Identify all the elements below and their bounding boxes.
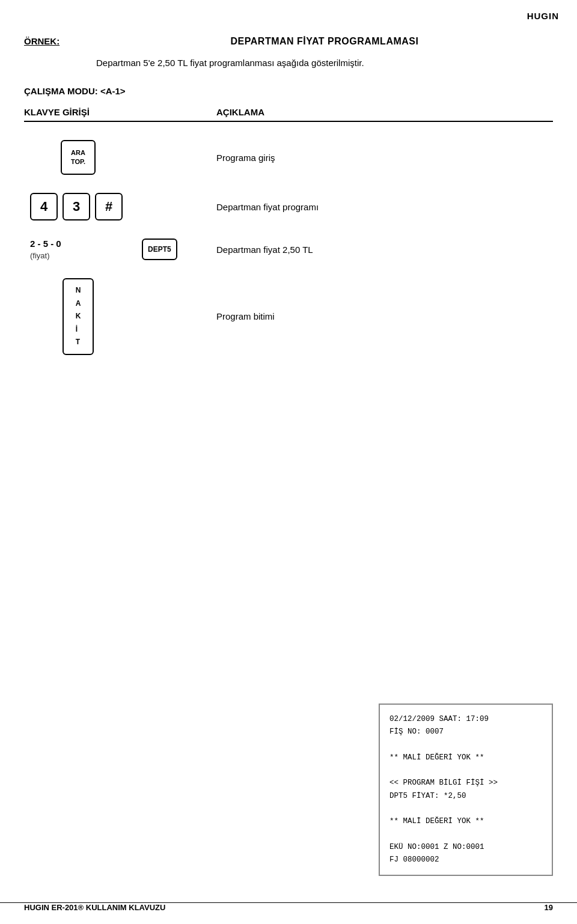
ornek-label: ÖRNEK: [24,36,96,46]
desc-programa-giris: Programa giriş [216,153,553,163]
table-header: KLAVYE GİRİŞİ AÇIKLAMA [24,107,553,122]
ara-top-key[interactable]: ARATOP. [61,140,96,175]
col-aciklama-header: AÇIKLAMA [216,107,264,117]
receipt-line5 [389,764,542,777]
key-col-1: ARATOP. [24,140,216,175]
calisma-modu: ÇALIŞMA MODU: <A-1> [24,86,553,96]
key-hash[interactable]: # [95,193,123,220]
receipt-line4: ** MALİ DEĞERİ YOK ** [389,752,542,764]
receipt-line2: FİŞ NO: 0007 [389,726,542,738]
key-col-2: 4 3 # [24,193,216,220]
receipt-line9: ** MALİ DEĞERİ YOK ** [389,815,542,828]
desc-program-bitimi: Program bitimi [216,311,553,321]
receipt-line12: FJ 08000002 [389,854,542,866]
key-col-3: 2 - 5 - 0 (fiyat) DEPT5 [24,239,216,260]
table-row: NAKİT Program bitimi [24,278,553,355]
footer-page-number: 19 [545,903,553,912]
receipt-line7: DPT5 FİYAT: *2,50 [389,790,542,803]
table-row: ARATOP. Programa giriş [24,140,553,175]
page-title: DEPARTMAN FİYAT PROGRAMLAMASI [96,36,553,47]
receipt-line1: 02/12/2009 SAAT: 17:09 [389,713,542,726]
table-row: 2 - 5 - 0 (fiyat) DEPT5 Departman fiyat … [24,239,553,260]
table-row: 4 3 # Departman fiyat programı [24,193,553,220]
receipt-line3 [389,739,542,752]
key-3[interactable]: 3 [63,193,90,220]
receipt-line11: EKÜ NO:0001 Z NO:0001 [389,841,542,854]
dept5-key[interactable]: DEPT5 [142,239,177,260]
receipt-box: 02/12/2009 SAAT: 17:09 FİŞ NO: 0007 ** M… [379,704,553,876]
nakit-key[interactable]: NAKİT [63,278,94,355]
key-col-4: NAKİT [24,278,216,355]
receipt-line8 [389,803,542,815]
receipt-line10 [389,828,542,840]
fiyat-label: (fiyat) [30,251,50,260]
subtitle: Departman 5'e 2,50 TL fiyat programlanma… [0,47,577,68]
col-klavye-header: KLAVYE GİRİŞİ [24,107,216,117]
footer-brand: HUGIN ER-201® KULLANIM KLAVUZU [24,903,165,912]
top-brand: HUGIN [527,11,559,21]
desc-dept-fiyat-tl: Departman fiyat 2,50 TL [216,245,553,255]
dash-sequence: 2 - 5 - 0 [30,239,61,249]
page-footer: HUGIN ER-201® KULLANIM KLAVUZU 19 [0,902,577,912]
desc-dept-fiyat-programi: Departman fiyat programı [216,202,553,212]
receipt-line6: << PROGRAM BİLGİ FİŞİ >> [389,777,542,789]
key-4[interactable]: 4 [30,193,58,220]
